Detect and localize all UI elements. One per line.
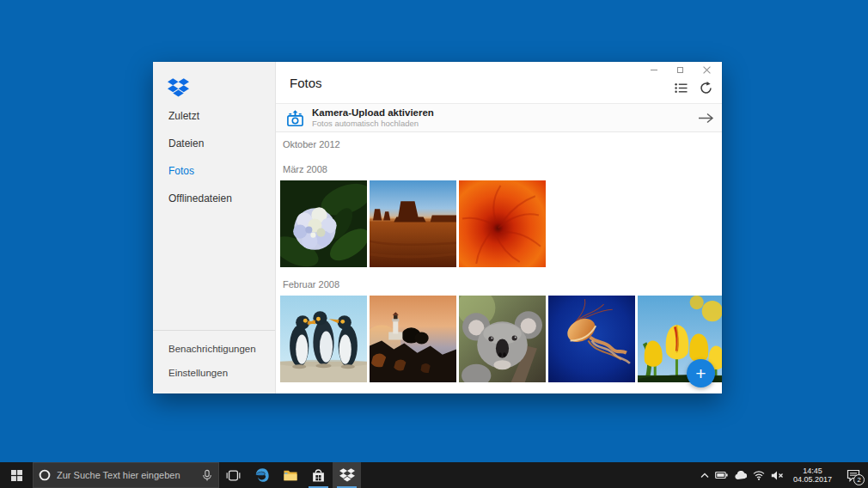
toolbar xyxy=(674,81,712,95)
wifi-icon xyxy=(753,471,765,480)
arrow-right-icon xyxy=(698,113,714,124)
photo-thumbnail-penguins[interactable] xyxy=(280,296,367,382)
photo-thumbnail-chrysanthemum[interactable] xyxy=(459,180,546,267)
plus-icon: + xyxy=(695,364,706,382)
photo-sections: Oktober 2012März 2008 Februar 2008 xyxy=(276,132,722,393)
edge-icon xyxy=(254,467,270,483)
sidebar: ZuletztDateienFotosOfflinedateien Benach… xyxy=(153,62,276,393)
notification-badge: 2 xyxy=(853,474,865,485)
photo-section-m-rz-2008: März 2008 xyxy=(280,164,722,267)
main-panel: Fotos xyxy=(276,62,722,393)
multi-select-button[interactable] xyxy=(674,81,688,95)
photo-thumbnail-monument-valley[interactable] xyxy=(370,180,456,267)
battery-icon xyxy=(715,471,728,479)
taskbar-app-dropbox[interactable] xyxy=(333,462,361,488)
taskbar-app-store[interactable] xyxy=(304,462,333,488)
minimize-button[interactable] xyxy=(640,64,667,76)
banner-title: Kamera-Upload aktivieren xyxy=(312,107,434,119)
file-explorer-icon xyxy=(283,468,298,482)
cortana-ring-icon xyxy=(39,469,51,481)
dropbox-logo xyxy=(168,78,275,97)
maximize-button[interactable] xyxy=(667,64,694,76)
multi-select-icon xyxy=(675,82,688,94)
task-view-icon xyxy=(226,469,241,482)
maximize-icon xyxy=(677,67,683,73)
clock-time: 14:45 xyxy=(793,467,832,476)
dropbox-window: ZuletztDateienFotosOfflinedateien Benach… xyxy=(153,62,722,393)
taskbar: Zur Suche Text hier eingeben xyxy=(0,462,868,488)
search-input[interactable]: Zur Suche Text hier eingeben xyxy=(33,462,219,488)
camera-upload-banner[interactable]: Kamera-Upload aktivieren Fotos automatis… xyxy=(276,104,722,132)
tray-onedrive-button[interactable] xyxy=(734,471,747,480)
tray-chevron-up-button[interactable] xyxy=(700,473,709,479)
page-title: Fotos xyxy=(290,76,322,90)
system-tray: 14:45 04.05.2017 2 xyxy=(700,462,868,488)
photo-thumbnail-koala[interactable] xyxy=(459,296,546,382)
refresh-icon xyxy=(700,82,712,95)
dropbox-taskbar-icon xyxy=(339,468,355,482)
taskbar-app-edge[interactable] xyxy=(248,462,276,488)
store-icon xyxy=(311,468,326,483)
close-icon xyxy=(703,66,711,74)
sidebar-item-dateien[interactable]: Dateien xyxy=(153,130,275,157)
taskbar-app-file-explorer[interactable] xyxy=(276,462,304,488)
sidebar-item-fotos[interactable]: Fotos xyxy=(153,157,275,185)
minimize-icon xyxy=(651,70,657,70)
volume-muted-icon xyxy=(771,471,784,480)
tray-battery-button[interactable] xyxy=(715,471,728,479)
photo-section-februar-2008: Februar 2008 xyxy=(280,279,722,382)
taskbar-clock[interactable]: 14:45 04.05.2017 xyxy=(790,467,835,485)
photo-section-oktober-2012: Oktober 2012 xyxy=(280,139,722,150)
close-button[interactable] xyxy=(694,64,720,76)
camera-upload-icon xyxy=(286,109,304,127)
photo-thumbnail-jellyfish[interactable] xyxy=(548,296,635,382)
microphone-icon[interactable] xyxy=(202,469,212,482)
sidebar-item-offlinedateien[interactable]: Offlinedateien xyxy=(153,185,275,212)
sidebar-nav: ZuletztDateienFotosOfflinedateien xyxy=(153,102,275,212)
refresh-button[interactable] xyxy=(699,81,712,95)
section-label: Februar 2008 xyxy=(280,279,722,290)
banner-texts: Kamera-Upload aktivieren Fotos automatis… xyxy=(312,107,434,128)
sidebar-item-benachrichtigungen[interactable]: Benachrichtigungen xyxy=(153,337,275,361)
search-placeholder: Zur Suche Text hier eingeben xyxy=(57,470,196,480)
chevron-up-icon xyxy=(700,473,709,479)
start-button[interactable] xyxy=(0,462,33,488)
taskbar-spacer xyxy=(361,462,700,488)
photo-row xyxy=(280,180,546,267)
sidebar-bottom: BenachrichtigungenEinstellungen xyxy=(153,330,275,393)
windows-logo-icon xyxy=(11,470,22,481)
banner-subtitle: Fotos automatisch hochladen xyxy=(312,119,434,128)
onedrive-cloud-icon xyxy=(734,471,747,480)
section-label: Oktober 2012 xyxy=(280,139,722,150)
taskbar-app-task-view[interactable] xyxy=(219,462,248,488)
add-photos-button[interactable]: + xyxy=(687,359,715,387)
photo-thumbnail-hydrangea[interactable] xyxy=(280,180,367,267)
tray-wifi-button[interactable] xyxy=(753,471,765,480)
sidebar-item-einstellungen[interactable]: Einstellungen xyxy=(153,361,275,385)
clock-date: 04.05.2017 xyxy=(793,475,832,485)
photo-thumbnail-lighthouse[interactable] xyxy=(370,296,456,382)
section-label: März 2008 xyxy=(280,164,722,175)
window-caption-buttons xyxy=(640,64,720,76)
photo-row xyxy=(280,296,722,382)
tray-volume-button[interactable] xyxy=(771,471,784,480)
action-center-button[interactable]: 2 xyxy=(841,462,865,488)
sidebar-item-zuletzt[interactable]: Zuletzt xyxy=(153,102,275,130)
